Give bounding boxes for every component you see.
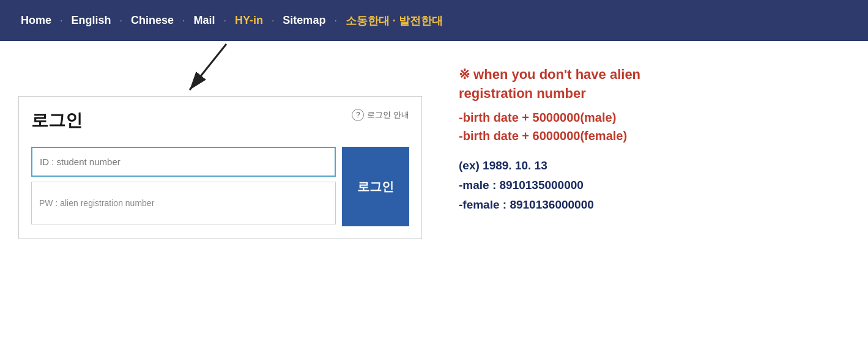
info-example: (ex) 1989. 10. 13 -male : 8910135000000 …: [459, 156, 850, 215]
login-help-label[interactable]: 로그인 안내: [367, 109, 409, 120]
nav-sitemap[interactable]: Sitemap: [274, 14, 334, 27]
info-title: ※ when you don't have alien registration…: [459, 65, 850, 103]
main-content: 로그인 ? 로그인 안내 PW : alien registration num…: [0, 41, 868, 251]
example-female: -female : 8910136000000: [459, 195, 850, 215]
login-help-row[interactable]: ? 로그인 안내: [352, 109, 409, 121]
arrow-container: [171, 41, 245, 96]
info-title-line1: ※ when you don't have alien: [459, 67, 640, 82]
login-box: 로그인 ? 로그인 안내 PW : alien registration num…: [18, 96, 422, 239]
nav-korean[interactable]: 소동한대 · 발전한대: [337, 13, 451, 28]
info-line-male: -birth date + 5000000(male): [459, 108, 850, 127]
nav-home[interactable]: Home: [12, 14, 60, 27]
info-section: ※ when you don't have alien registration…: [440, 65, 850, 239]
svg-line-1: [190, 44, 226, 90]
login-title: 로그인: [31, 109, 83, 132]
id-input[interactable]: [31, 147, 336, 177]
login-form-row: PW : alien registration number 로그인: [31, 147, 409, 226]
nav-bar: Home · English · Chinese · Mail · HY-in …: [0, 0, 868, 41]
nav-hy-in[interactable]: HY-in: [226, 14, 272, 27]
nav-english[interactable]: English: [62, 14, 119, 27]
nav-chinese[interactable]: Chinese: [122, 14, 182, 27]
info-title-line2: registration number: [459, 86, 586, 101]
arrow-icon: [171, 41, 245, 96]
example-header: (ex) 1989. 10. 13: [459, 156, 850, 176]
info-line-female: -birth date + 6000000(female): [459, 127, 850, 145]
login-button[interactable]: 로그인: [342, 147, 409, 226]
nav-mail[interactable]: Mail: [185, 14, 223, 27]
example-male: -male : 8910135000000: [459, 176, 850, 195]
login-fields: PW : alien registration number: [31, 147, 336, 226]
login-section: 로그인 ? 로그인 안내 PW : alien registration num…: [18, 96, 422, 239]
help-icon[interactable]: ?: [352, 109, 364, 121]
pw-display: PW : alien registration number: [31, 182, 336, 224]
